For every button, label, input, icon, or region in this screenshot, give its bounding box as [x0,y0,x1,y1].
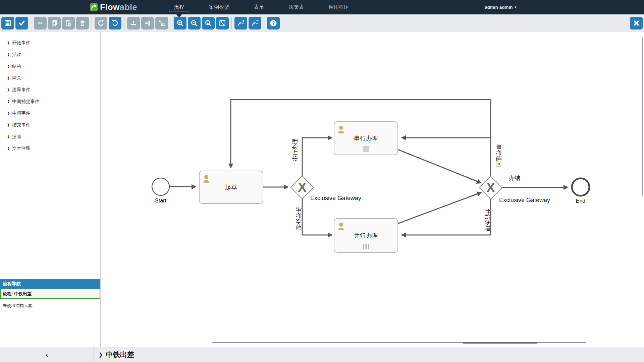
redo-icon [97,19,105,27]
palette-group-9[interactable]: ❯文本注释 [0,142,100,154]
task-label: 串行办理 [354,135,378,142]
user-name: admin admin [485,5,513,10]
chevron-right-icon: ❯ [7,72,10,84]
palette-group-label: 泳道 [12,131,21,142]
flow-gw1-to-parallel[interactable] [302,199,332,235]
align-vertical-button[interactable] [127,17,140,29]
close-icon [632,19,640,27]
parallel-mi-icon [366,244,367,249]
sidebar-collapse-button[interactable]: ‹ [0,347,94,362]
help-button[interactable]: ? [267,17,280,29]
flow-gw1-to-serial[interactable] [302,138,332,176]
redo-button[interactable] [95,17,107,29]
zoom-in-icon [176,19,184,27]
undo-icon [111,19,119,27]
palette-group-1[interactable]: ❯活动 [0,49,100,60]
palette-group-3[interactable]: ❯网关 [0,72,100,84]
palette-group-4[interactable]: ❯边界事件 [0,84,100,96]
palette-group-7[interactable]: ❯结束事件 [0,119,100,131]
chevron-right-icon: ❯ [7,142,10,154]
zoom-fit-icon [218,19,226,27]
zoom-actual-button[interactable]: 1 [202,17,215,29]
palette-group-label: 活动 [12,49,21,60]
undo-button[interactable] [109,17,121,29]
flow-label-gw1-to-serial: 串行办理 [292,138,298,161]
flow-serial-to-gw2[interactable] [398,149,481,183]
brand-text: Flowable [100,2,137,12]
zoom-fit-button[interactable] [216,17,229,29]
user-task-draft[interactable]: 起草 [199,171,263,203]
cut-icon: ✂ [36,19,44,27]
delete-icon [78,19,87,27]
flowable-modeler-window: Flowable 流程案例模型表单决策表应用程序 admin admin ▾ ✂… [0,0,644,362]
align-horizontal-button[interactable] [141,17,154,29]
gateway-label: Exclusive Gateway [499,197,550,203]
palette-group-label: 边界事件 [12,84,30,96]
parallel-mi-icon [363,244,365,249]
tab-nav-4[interactable]: 应用程序 [324,3,354,11]
task-label: 并行办理 [354,232,378,239]
flow-parallel-to-gw2[interactable] [398,192,481,224]
add-bendpoint-icon [237,19,245,27]
canvas-vertical-scrollbar[interactable] [642,38,643,196]
toolbar-separator [171,17,171,29]
tab-nav-1[interactable]: 案例模型 [204,3,234,11]
zoom-in-button[interactable] [174,17,186,29]
chevron-right-icon: ❯ [7,107,10,119]
add-bendpoint-button[interactable] [234,17,247,29]
event-label: End [576,198,585,204]
palette-group-0[interactable]: ❯开始事件 [0,37,100,49]
palette-group-6[interactable]: ❯中间事件 [0,107,100,119]
palette-group-8[interactable]: ❯泳道 [0,131,100,142]
parallel-mi-icon [368,244,369,249]
start-event-start[interactable]: Start [152,178,169,203]
user-task-serial[interactable]: 串行办理 [334,122,398,155]
tab-nav-3[interactable]: 决策表 [284,3,309,11]
chevron-right-icon: ❯ [7,131,10,142]
user-menu[interactable]: admin admin ▾ [485,0,517,14]
cut-button[interactable]: ✂ [34,17,47,29]
exclusive-gateway-x-icon: X [486,181,495,195]
validate-button[interactable] [15,17,28,29]
align-center-icon [144,19,152,27]
same-size-button[interactable] [155,17,168,29]
copy-icon [50,19,58,27]
user-task-parallel[interactable]: 并行办理 [334,219,398,252]
remove-bendpoint-button[interactable] [249,17,261,29]
delete-button[interactable] [76,17,89,29]
gateway-label: Exclusive Gateway [310,195,361,201]
flow-label-gw2-to-end: 办结 [509,175,520,181]
end-event-end[interactable]: End [572,178,589,204]
palette-group-label: 文本注释 [12,142,30,154]
navigator-empty-note: 未使用结构元素。 [0,299,100,313]
zoom-out-button[interactable] [188,17,201,29]
sequential-mi-icon [363,146,369,147]
save-icon [4,19,12,27]
close-editor-button[interactable] [630,17,643,29]
zoom-actual-icon: 1 [204,19,212,27]
navigator-current-process[interactable]: 流程: 中铁出差 [0,289,100,299]
chevron-down-icon: ▾ [515,5,517,9]
svg-text:1: 1 [207,21,209,24]
navigator-title: 流程导航 [0,279,100,289]
palette-group-2[interactable]: ❯结构 [0,60,100,72]
save-button[interactable] [1,17,14,29]
toolbar-separator [124,17,124,29]
tab-process[interactable]: 流程 [169,3,189,11]
palette-group-label: 开始事件 [12,37,30,49]
toolbar-separator [264,17,264,29]
exclusive-gateway-gw1[interactable]: XExclusive Gateway [291,176,361,201]
sequential-mi-icon [363,148,369,149]
palette-group-label: 中间事件 [12,107,30,119]
diagram-canvas[interactable]: 串行办理并行办理办结串行退回并行办理Start起草XExclusive Gate… [101,32,644,347]
flow-label-gw2-serial-return: 串行退回 [495,144,502,167]
tab-nav-2[interactable]: 表单 [249,3,269,11]
paste-button[interactable] [62,17,75,29]
chevron-right-icon[interactable]: ❯ [99,352,103,358]
chevron-right-icon: ❯ [7,84,10,96]
copy-button[interactable] [48,17,61,29]
palette-group-5[interactable]: ❯中间捕捉事件 [0,96,100,107]
flow-label-gw1-to-parallel: 并行办理 [296,207,302,230]
zoom-out-icon [190,19,198,27]
palette-list: ❯开始事件❯活动❯结构❯网关❯边界事件❯中间捕捉事件❯中间事件❯结束事件❯泳道❯… [0,32,100,154]
